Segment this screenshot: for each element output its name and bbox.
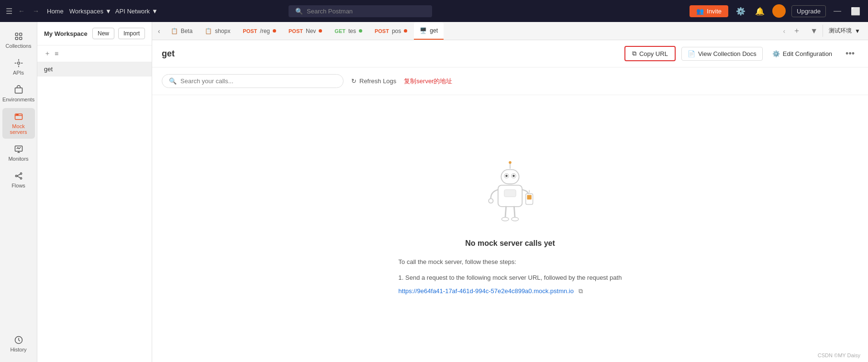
refresh-icon: ↻ xyxy=(351,77,356,85)
tab-scroll-left[interactable]: ‹ xyxy=(781,26,788,36)
apis-label: APIs xyxy=(13,70,24,76)
more-options-button[interactable]: ••• xyxy=(842,47,858,61)
hamburger-icon[interactable]: ☰ xyxy=(6,7,12,16)
api-network-dropdown[interactable]: API Network ▼ xyxy=(115,8,158,15)
calls-search-input-container: 🔍 xyxy=(162,74,344,88)
calls-search-input[interactable] xyxy=(180,77,336,85)
window-minimize-icon[interactable]: — xyxy=(832,5,843,17)
invite-button[interactable]: 👥 Invite xyxy=(690,5,728,17)
notifications-button[interactable]: 🔔 xyxy=(753,5,767,18)
svg-rect-24 xyxy=(527,195,531,199)
post-method-label2: POST xyxy=(289,28,303,34)
api-network-label: API Network xyxy=(115,8,150,15)
flows-icon xyxy=(14,171,23,181)
tab-shopx[interactable]: 📋 shopx xyxy=(199,22,236,40)
new-tab-button[interactable]: ＋ xyxy=(789,24,804,38)
workspaces-dropdown[interactable]: Workspaces ▼ xyxy=(69,8,111,15)
tab-post-nev[interactable]: POST Nev xyxy=(283,22,328,40)
tab-actions: ‹ ＋ ▼ xyxy=(781,24,822,38)
edit-configuration-button[interactable]: ⚙️ Edit Configuration xyxy=(768,47,836,60)
upgrade-button[interactable]: Upgrade xyxy=(791,5,826,17)
search-calls-icon: 🔍 xyxy=(169,77,177,85)
filter-icon[interactable]: ≡ xyxy=(55,50,58,57)
mock-actions: ⧉ Copy URL 📄 View Collection Docs ⚙️ Edi… xyxy=(624,46,858,61)
environments-icon xyxy=(14,85,23,95)
import-button[interactable]: Import xyxy=(118,28,145,39)
sidebar-item-mock-servers[interactable]: Mock servers xyxy=(2,108,35,139)
invite-icon: 👥 xyxy=(696,8,704,15)
tab-get-tes[interactable]: GET tes xyxy=(329,22,368,40)
collections-panel: My Workspace New Import ＋ ≡ get xyxy=(37,22,152,362)
empty-state-description: To call the mock server, follow these st… xyxy=(399,257,622,296)
tab-dot-tes xyxy=(359,29,362,33)
post-method-label3: POST xyxy=(375,28,389,34)
refresh-logs-button[interactable]: ↻ Refresh Logs xyxy=(351,77,396,85)
mock-server-tab-icon: 🖥️ xyxy=(420,27,427,34)
svg-point-26 xyxy=(501,217,509,220)
settings-button[interactable]: ⚙️ xyxy=(734,5,747,18)
tab-tes-label: tes xyxy=(348,28,356,34)
sidebar-item-flows[interactable]: Flows xyxy=(2,167,35,192)
monitors-label: Monitors xyxy=(8,156,28,162)
apis-icon xyxy=(14,58,23,68)
copy-server-address-button[interactable]: 复制server的地址 xyxy=(404,77,452,86)
forward-button[interactable]: → xyxy=(31,6,41,16)
tab-post-pos[interactable]: POST pos xyxy=(369,22,413,40)
svg-point-22 xyxy=(489,198,493,203)
collection-name: get xyxy=(44,66,53,73)
beta-collection-icon: 📋 xyxy=(171,28,178,34)
global-search[interactable]: 🔍 Search Postman xyxy=(289,5,432,17)
copy-url-button[interactable]: ⧉ Copy URL xyxy=(624,46,676,61)
home-link[interactable]: Home xyxy=(45,8,66,15)
tab-bar: ‹ 📋 Beta 📋 shopx POST /reg POST Nev GET xyxy=(152,22,868,40)
new-button[interactable]: New xyxy=(92,28,114,39)
tab-get-mock[interactable]: 🖥️ get xyxy=(414,22,444,40)
history-label: History xyxy=(10,347,26,352)
robot-illustration xyxy=(479,161,541,228)
top-navigation: ☰ ← → Home Workspaces ▼ API Network ▼ 🔍 … xyxy=(0,0,868,22)
svg-point-4 xyxy=(17,62,20,65)
window-restore-icon[interactable]: ⬜ xyxy=(849,5,862,18)
svg-point-12 xyxy=(20,177,22,179)
tab-beta[interactable]: 📋 Beta xyxy=(165,22,199,40)
tab-post-reg-label: /reg xyxy=(260,28,270,34)
sidebar-item-history[interactable]: History xyxy=(2,331,35,356)
svg-point-27 xyxy=(512,217,519,220)
environments-label: Environments xyxy=(2,97,34,102)
svg-point-19 xyxy=(505,175,508,177)
svg-rect-0 xyxy=(15,33,18,35)
env-label: 测试环境 xyxy=(829,27,852,35)
flows-label: Flows xyxy=(11,183,25,188)
svg-point-20 xyxy=(512,175,515,177)
upgrade-label: Upgrade xyxy=(797,8,821,15)
sidebar-item-apis[interactable]: APIs xyxy=(2,55,35,79)
tab-nev-label: Nev xyxy=(306,28,316,34)
tab-post-reg[interactable]: POST /reg xyxy=(237,22,282,40)
search-placeholder: Search Postman xyxy=(307,8,353,15)
sidebar-item-collections[interactable]: Collections xyxy=(2,28,35,53)
collection-item-get[interactable]: get xyxy=(37,62,152,77)
workspace-name: My Workspace xyxy=(44,30,88,37)
environment-selector[interactable]: 测试环境 ▼ xyxy=(823,25,866,37)
history-icon xyxy=(14,335,23,345)
view-collection-docs-button[interactable]: 📄 View Collection Docs xyxy=(681,47,763,61)
tab-beta-label: Beta xyxy=(181,28,193,34)
sidebar-item-monitors[interactable]: Monitors xyxy=(2,141,35,165)
tab-pos-label: pos xyxy=(392,28,401,34)
server-url-link[interactable]: https://9e64fa41-17af-461d-994c-57e2e4c8… xyxy=(399,287,574,295)
header-actions: New Import xyxy=(92,28,145,39)
monitors-icon xyxy=(14,144,23,154)
tab-more-button[interactable]: ▼ xyxy=(806,25,822,37)
add-collection-icon[interactable]: ＋ xyxy=(44,49,51,58)
avatar[interactable] xyxy=(772,4,786,18)
back-button[interactable]: ← xyxy=(16,6,27,16)
left-sidebar: Collections APIs Environments Mock serve… xyxy=(0,22,37,362)
copy-url-icon[interactable]: ⧉ xyxy=(579,287,583,295)
mock-header: get ⧉ Copy URL 📄 View Collection Docs ⚙️… xyxy=(152,40,868,67)
svg-point-8 xyxy=(17,114,18,115)
tab-collapse-button[interactable]: ‹ xyxy=(154,25,164,37)
sidebar-item-environments[interactable]: Environments xyxy=(2,81,35,106)
svg-point-7 xyxy=(16,114,17,115)
workspaces-chevron-icon: ▼ xyxy=(105,8,111,15)
tab-dot-nev xyxy=(319,29,322,33)
